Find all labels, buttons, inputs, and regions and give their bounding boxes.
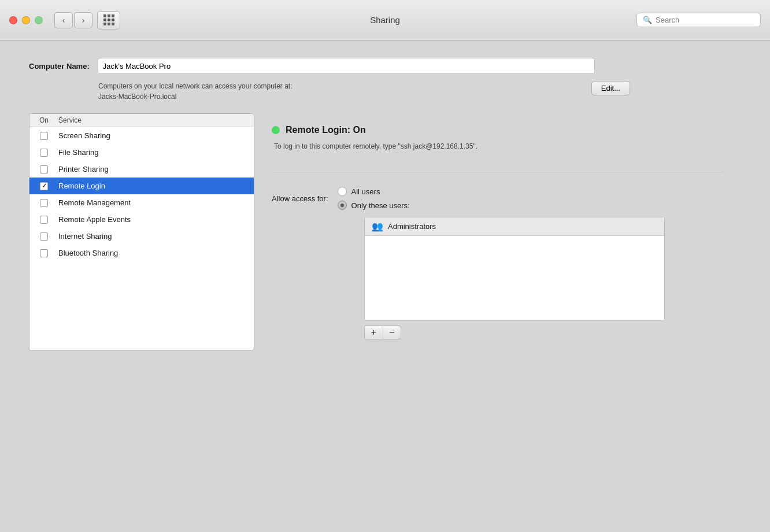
access-label: Allow access for:: [272, 194, 328, 203]
radio-label-only-these: Only these users:: [351, 201, 410, 210]
checkbox-wrapper: ✓: [29, 182, 58, 190]
right-panel: Remote Login: On To log in to this compu…: [254, 113, 741, 351]
user-group-icon: 👥: [372, 221, 383, 232]
user-name-administrators: Administrators: [388, 222, 436, 231]
service-item-remote-login[interactable]: ✓ Remote Login: [29, 178, 254, 194]
checkbox-wrapper: [29, 149, 58, 157]
forward-button[interactable]: ›: [74, 12, 92, 28]
back-button[interactable]: ‹: [54, 12, 73, 28]
status-dot-green: [272, 126, 280, 134]
computer-name-row: Computer Name:: [29, 58, 741, 74]
radio-group: All users Only these users:: [338, 187, 410, 210]
service-item-bluetooth-sharing[interactable]: Bluetooth Sharing: [29, 245, 254, 261]
search-input[interactable]: [656, 16, 754, 24]
checkbox-remote-login[interactable]: ✓: [40, 182, 48, 190]
radio-all-users[interactable]: [338, 187, 347, 196]
access-section: Allow access for: All users Only these u…: [272, 187, 724, 339]
radio-item-only-these[interactable]: Only these users:: [338, 201, 410, 210]
service-item-screen-sharing[interactable]: Screen Sharing: [29, 127, 254, 144]
main-content: Computer Name: Computers on your local n…: [0, 40, 770, 368]
checkbox-bluetooth-sharing[interactable]: [40, 249, 48, 257]
service-item-file-sharing[interactable]: File Sharing: [29, 144, 254, 161]
network-info: Computers on your local network can acce…: [98, 81, 630, 102]
service-item-printer-sharing[interactable]: Printer Sharing: [29, 161, 254, 178]
computer-name-input[interactable]: [98, 58, 595, 74]
checkbox-wrapper: [29, 199, 58, 207]
list-controls: + −: [364, 326, 724, 339]
checkbox-internet-sharing[interactable]: [40, 232, 48, 241]
service-item-remote-apple-events[interactable]: Remote Apple Events: [29, 211, 254, 228]
access-header-row: Allow access for: All users Only these u…: [272, 187, 724, 210]
service-item-internet-sharing[interactable]: Internet Sharing: [29, 228, 254, 245]
checkbox-wrapper: [29, 216, 58, 224]
service-item-remote-management[interactable]: Remote Management: [29, 194, 254, 211]
users-list-body: [365, 236, 664, 320]
network-info-text: Computers on your local network can acce…: [98, 81, 292, 102]
computer-name-label: Computer Name:: [29, 62, 90, 71]
service-name-remote-management: Remote Management: [58, 198, 254, 207]
checkbox-remote-management[interactable]: [40, 199, 48, 207]
remove-user-button[interactable]: −: [383, 326, 401, 339]
checkbox-printer-sharing[interactable]: [40, 165, 48, 173]
service-name-internet-sharing: Internet Sharing: [58, 232, 254, 241]
minimize-button[interactable]: [22, 16, 30, 24]
service-name-screen-sharing: Screen Sharing: [58, 131, 254, 140]
add-user-button[interactable]: +: [364, 326, 383, 339]
service-title: Remote Login: On: [286, 125, 366, 135]
checkbox-wrapper: [29, 232, 58, 241]
radio-label-all-users: All users: [351, 187, 380, 196]
edit-button[interactable]: Edit...: [591, 81, 630, 95]
checkbox-wrapper: [29, 249, 58, 257]
window-title: Sharing: [370, 15, 400, 25]
service-name-printer-sharing: Printer Sharing: [58, 165, 254, 173]
service-list: On Service Screen Sharing File Sharing: [29, 113, 254, 351]
window-controls: [9, 16, 43, 24]
header-on: On: [29, 116, 58, 124]
grid-icon: [103, 14, 114, 25]
grid-view-button[interactable]: [97, 11, 120, 29]
divider: [272, 172, 724, 172]
service-name-remote-login: Remote Login: [58, 182, 254, 190]
close-button[interactable]: [9, 16, 17, 24]
checkbox-remote-apple-events[interactable]: [40, 216, 48, 224]
checkbox-wrapper: [29, 132, 58, 140]
service-description: To log in to this computer remotely, typ…: [274, 141, 724, 152]
titlebar: ‹ › Sharing 🔍: [0, 0, 770, 40]
radio-item-all-users[interactable]: All users: [338, 187, 410, 196]
users-list: 👥 Administrators: [364, 217, 665, 321]
search-bar[interactable]: 🔍: [636, 13, 761, 27]
nav-buttons: ‹ ›: [54, 12, 92, 28]
main-panel: On Service Screen Sharing File Sharing: [29, 113, 741, 351]
service-name-bluetooth-sharing: Bluetooth Sharing: [58, 249, 254, 257]
service-status: Remote Login: On: [272, 125, 724, 135]
radio-only-these[interactable]: [338, 201, 347, 210]
checkbox-wrapper: [29, 165, 58, 173]
maximize-button[interactable]: [35, 16, 43, 24]
service-list-header: On Service: [29, 114, 254, 127]
header-service: Service: [58, 116, 254, 124]
service-name-file-sharing: File Sharing: [58, 148, 254, 157]
users-list-header: 👥 Administrators: [365, 217, 664, 236]
checkbox-screen-sharing[interactable]: [40, 132, 48, 140]
service-name-remote-apple-events: Remote Apple Events: [58, 215, 254, 224]
search-icon: 🔍: [643, 16, 652, 24]
checkmark-icon: ✓: [42, 182, 47, 190]
checkbox-file-sharing[interactable]: [40, 149, 48, 157]
